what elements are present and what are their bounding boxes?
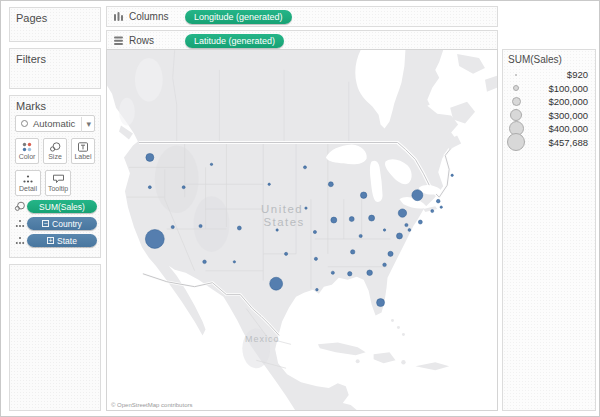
map-mark[interactable] <box>396 233 402 239</box>
detail-icon <box>22 174 34 184</box>
map-mark[interactable] <box>405 223 408 226</box>
map-mark[interactable] <box>199 224 202 227</box>
legend-entry: $300,000 <box>503 109 595 123</box>
map-mark[interactable] <box>148 186 151 189</box>
map-mark[interactable] <box>349 217 354 222</box>
map-mark[interactable] <box>276 229 278 231</box>
united-states-label: UnitedStates <box>261 203 305 228</box>
map-mark[interactable] <box>367 270 373 276</box>
pill-longitude[interactable]: Longitude (generated) <box>185 10 292 24</box>
pages-shelf[interactable]: Pages <box>9 7 101 42</box>
map-mark[interactable] <box>331 217 337 223</box>
map-mark[interactable] <box>270 277 283 290</box>
legend-size-circle <box>510 109 522 121</box>
label-button[interactable]: Label <box>71 138 95 164</box>
tableau-worksheet: Pages Filters Marks Automatic ▾ Color <box>0 0 600 417</box>
legend-entry: $200,000 <box>503 95 595 109</box>
rows-icon <box>113 35 124 46</box>
map-mark[interactable] <box>398 209 406 217</box>
chevron-down-icon: ▾ <box>81 117 91 132</box>
legend-entry: $920 <box>503 68 595 82</box>
legend-size-circle <box>512 97 521 106</box>
pages-label: Pages <box>10 8 100 26</box>
legend-entries: $920$100,000$200,000$300,000$400,000$457… <box>503 68 595 149</box>
color-button[interactable]: Color <box>15 138 39 164</box>
rows-shelf[interactable]: Rows Latitude (generated) <box>106 30 498 51</box>
legend-entry: $100,000 <box>503 82 595 96</box>
label-button-label: Label <box>74 153 91 160</box>
pill-sum-sales-label: SUM(Sales) <box>39 202 85 212</box>
mexico-label: Mexico <box>245 334 279 344</box>
map-mark[interactable] <box>451 174 453 176</box>
size-icon <box>49 142 61 152</box>
pill-state-label: State <box>57 236 77 246</box>
tooltip-button-label: Tooltip <box>48 185 68 192</box>
filters-shelf[interactable]: Filters <box>9 48 101 89</box>
map-mark[interactable] <box>348 272 352 276</box>
map-mark[interactable] <box>369 215 375 221</box>
pill-country[interactable]: − Country <box>27 217 97 230</box>
map-mark[interactable] <box>328 182 333 187</box>
mark-type-dropdown[interactable]: Automatic ▾ <box>15 115 95 132</box>
map-mark[interactable] <box>388 251 393 256</box>
expand-hierarchy-icon[interactable]: + <box>47 237 54 244</box>
map-mark[interactable] <box>313 230 316 233</box>
legend-entry-label: $100,000 <box>519 83 588 94</box>
pill-sum-sales[interactable]: SUM(Sales) <box>27 200 97 213</box>
map-mark[interactable] <box>351 250 355 254</box>
size-legend-icon <box>13 201 27 212</box>
map-mark[interactable] <box>210 163 212 165</box>
map-mark[interactable] <box>383 263 387 267</box>
map-mark[interactable] <box>418 220 422 224</box>
map-canvas[interactable]: UnitedStates Mexico <box>107 50 497 410</box>
map-mark[interactable] <box>359 234 362 237</box>
columns-icon <box>113 11 124 22</box>
collapse-hierarchy-icon[interactable]: − <box>42 220 49 227</box>
map-mark[interactable] <box>314 257 317 260</box>
map-mark[interactable] <box>331 271 334 274</box>
pill-country-label: Country <box>52 219 82 229</box>
map-view[interactable]: UnitedStates Mexico © OpenStreetMap cont… <box>106 49 498 411</box>
map-mark[interactable] <box>303 166 306 169</box>
map-mark[interactable] <box>316 288 319 291</box>
map-mark[interactable] <box>268 183 270 185</box>
map-mark[interactable] <box>377 299 385 307</box>
detail-button-label: Detail <box>19 185 37 192</box>
map-mark[interactable] <box>146 153 154 161</box>
detail-shelf-icon <box>13 235 27 246</box>
map-mark[interactable] <box>440 206 442 208</box>
map-mark[interactable] <box>305 207 307 209</box>
rows-shelf-label: Rows <box>129 35 154 46</box>
color-icon <box>21 142 33 152</box>
map-attribution: © OpenStreetMap contributors <box>111 402 192 408</box>
map-mark[interactable] <box>145 230 164 249</box>
detail-shelf-icon <box>13 218 27 229</box>
map-mark[interactable] <box>237 226 241 230</box>
map-mark[interactable] <box>431 210 434 213</box>
columns-shelf[interactable]: Columns Longitude (generated) <box>106 6 498 27</box>
size-button[interactable]: Size <box>43 138 67 164</box>
detail-button[interactable]: Detail <box>15 170 41 196</box>
tooltip-button[interactable]: Tooltip <box>45 170 71 196</box>
map-mark[interactable] <box>203 260 207 264</box>
map-mark[interactable] <box>360 192 366 198</box>
pill-latitude[interactable]: Latitude (generated) <box>185 34 284 48</box>
marks-card: Marks Automatic ▾ Color Size <box>9 95 101 258</box>
pill-state[interactable]: + State <box>27 234 97 247</box>
map-mark[interactable] <box>436 199 440 203</box>
label-icon <box>77 142 89 152</box>
map-mark[interactable] <box>171 225 174 228</box>
map-mark[interactable] <box>412 190 423 201</box>
legend-entry-label: $920 <box>517 69 588 80</box>
size-legend[interactable]: SUM(Sales) $920$100,000$200,000$300,000$… <box>502 49 596 411</box>
map-mark[interactable] <box>383 229 385 231</box>
mark-type-value: Automatic <box>33 118 75 129</box>
map-mark[interactable] <box>182 186 185 189</box>
size-legend-title: SUM(Sales) <box>503 50 595 68</box>
marks-label: Marks <box>10 96 100 112</box>
map-mark[interactable] <box>233 261 235 263</box>
map-mark[interactable] <box>284 252 287 255</box>
map-mark[interactable] <box>408 229 411 232</box>
sidebar-empty-area <box>9 264 101 411</box>
color-button-label: Color <box>19 153 36 160</box>
